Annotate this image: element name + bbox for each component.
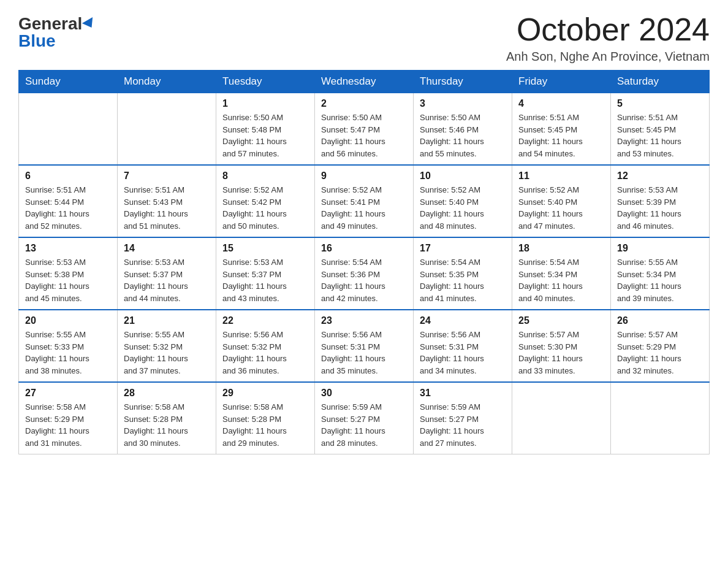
day-info: Sunrise: 5:53 AMSunset: 5:37 PMDaylight:… [222,256,308,304]
day-info: Sunrise: 5:55 AMSunset: 5:33 PMDaylight:… [25,329,111,377]
day-info: Sunrise: 5:51 AMSunset: 5:45 PMDaylight:… [518,112,604,159]
day-info: Sunrise: 5:58 AMSunset: 5:28 PMDaylight:… [222,401,308,449]
day-number: 22 [222,315,308,326]
title-block: October 2024 Anh Son, Nghe An Province, … [506,12,710,64]
day-of-week-header: Monday [118,71,216,93]
day-info: Sunrise: 5:50 AMSunset: 5:47 PMDaylight:… [321,112,407,159]
calendar-day-cell: 1Sunrise: 5:50 AMSunset: 5:48 PMDaylight… [216,93,315,166]
day-info: Sunrise: 5:58 AMSunset: 5:28 PMDaylight:… [124,401,210,449]
calendar-day-cell: 30Sunrise: 5:59 AMSunset: 5:27 PMDayligh… [315,382,414,454]
day-info: Sunrise: 5:54 AMSunset: 5:34 PMDaylight:… [518,256,604,304]
calendar-day-cell: 29Sunrise: 5:58 AMSunset: 5:28 PMDayligh… [216,382,315,454]
day-info: Sunrise: 5:52 AMSunset: 5:40 PMDaylight:… [518,184,604,232]
day-number: 21 [124,315,210,326]
calendar-day-cell: 25Sunrise: 5:57 AMSunset: 5:30 PMDayligh… [512,310,611,382]
day-info: Sunrise: 5:52 AMSunset: 5:40 PMDaylight:… [420,184,506,232]
day-info: Sunrise: 5:59 AMSunset: 5:27 PMDaylight:… [420,401,506,449]
calendar-day-cell: 9Sunrise: 5:52 AMSunset: 5:41 PMDaylight… [315,165,414,237]
logo-blue-text: Blue [18,33,56,50]
logo-general-text: General [18,15,82,33]
day-info: Sunrise: 5:52 AMSunset: 5:41 PMDaylight:… [321,184,407,232]
logo-arrow-icon [82,17,97,31]
day-number: 19 [617,243,703,254]
calendar-day-cell: 23Sunrise: 5:56 AMSunset: 5:31 PMDayligh… [315,310,414,382]
day-of-week-header: Thursday [414,71,512,93]
calendar-day-cell: 4Sunrise: 5:51 AMSunset: 5:45 PMDaylight… [512,93,611,166]
day-number: 3 [420,98,506,109]
day-number: 8 [222,170,308,182]
day-number: 18 [518,243,604,254]
day-info: Sunrise: 5:55 AMSunset: 5:34 PMDaylight:… [617,256,703,304]
day-number: 9 [321,170,407,182]
day-of-week-header: Saturday [611,71,710,93]
calendar-day-cell: 28Sunrise: 5:58 AMSunset: 5:28 PMDayligh… [118,382,216,454]
calendar-day-cell: 18Sunrise: 5:54 AMSunset: 5:34 PMDayligh… [512,237,611,310]
day-number: 24 [420,315,506,326]
calendar-week-row: 13Sunrise: 5:53 AMSunset: 5:38 PMDayligh… [19,237,710,310]
calendar-day-cell: 24Sunrise: 5:56 AMSunset: 5:31 PMDayligh… [414,310,512,382]
day-number: 13 [25,243,111,254]
day-number: 26 [617,315,703,326]
day-of-week-header: Wednesday [315,71,414,93]
calendar-day-cell: 3Sunrise: 5:50 AMSunset: 5:46 PMDaylight… [414,93,512,166]
calendar-week-row: 1Sunrise: 5:50 AMSunset: 5:48 PMDaylight… [19,93,710,166]
location: Anh Son, Nghe An Province, Vietnam [506,50,710,64]
month-title: October 2024 [506,12,710,47]
calendar-day-cell: 5Sunrise: 5:51 AMSunset: 5:45 PMDaylight… [611,93,710,166]
day-number: 4 [518,98,604,109]
calendar-day-cell: 20Sunrise: 5:55 AMSunset: 5:33 PMDayligh… [19,310,118,382]
calendar-day-cell: 16Sunrise: 5:54 AMSunset: 5:36 PMDayligh… [315,237,414,310]
calendar-day-cell: 31Sunrise: 5:59 AMSunset: 5:27 PMDayligh… [414,382,512,454]
day-of-week-header: Sunday [19,71,118,93]
day-info: Sunrise: 5:54 AMSunset: 5:35 PMDaylight:… [420,256,506,304]
calendar-day-cell: 6Sunrise: 5:51 AMSunset: 5:44 PMDaylight… [19,165,118,237]
day-number: 28 [124,388,210,399]
day-number: 17 [420,243,506,254]
day-number: 15 [222,243,308,254]
calendar-empty-cell [512,382,611,454]
calendar-day-cell: 15Sunrise: 5:53 AMSunset: 5:37 PMDayligh… [216,237,315,310]
day-number: 1 [222,98,308,109]
logo: General Blue [18,12,96,50]
day-number: 7 [124,170,210,182]
day-info: Sunrise: 5:52 AMSunset: 5:42 PMDaylight:… [222,184,308,232]
calendar-day-cell: 2Sunrise: 5:50 AMSunset: 5:47 PMDaylight… [315,93,414,166]
calendar-day-cell: 22Sunrise: 5:56 AMSunset: 5:32 PMDayligh… [216,310,315,382]
day-info: Sunrise: 5:53 AMSunset: 5:39 PMDaylight:… [617,184,703,232]
calendar-empty-cell [19,93,118,166]
calendar-day-cell: 21Sunrise: 5:55 AMSunset: 5:32 PMDayligh… [118,310,216,382]
day-number: 14 [124,243,210,254]
calendar-day-cell: 12Sunrise: 5:53 AMSunset: 5:39 PMDayligh… [611,165,710,237]
day-number: 11 [518,170,604,182]
day-info: Sunrise: 5:55 AMSunset: 5:32 PMDaylight:… [124,329,210,377]
day-number: 25 [518,315,604,326]
calendar-day-cell: 11Sunrise: 5:52 AMSunset: 5:40 PMDayligh… [512,165,611,237]
day-info: Sunrise: 5:50 AMSunset: 5:46 PMDaylight:… [420,112,506,159]
calendar-header-row: SundayMondayTuesdayWednesdayThursdayFrid… [19,71,710,93]
calendar-day-cell: 26Sunrise: 5:57 AMSunset: 5:29 PMDayligh… [611,310,710,382]
day-info: Sunrise: 5:56 AMSunset: 5:32 PMDaylight:… [222,329,308,377]
day-info: Sunrise: 5:51 AMSunset: 5:45 PMDaylight:… [617,112,703,159]
day-number: 30 [321,388,407,399]
day-info: Sunrise: 5:57 AMSunset: 5:30 PMDaylight:… [518,329,604,377]
calendar-week-row: 20Sunrise: 5:55 AMSunset: 5:33 PMDayligh… [19,310,710,382]
day-info: Sunrise: 5:50 AMSunset: 5:48 PMDaylight:… [222,112,308,159]
calendar-empty-cell [118,93,216,166]
calendar-day-cell: 19Sunrise: 5:55 AMSunset: 5:34 PMDayligh… [611,237,710,310]
day-number: 31 [420,388,506,399]
day-info: Sunrise: 5:51 AMSunset: 5:43 PMDaylight:… [124,184,210,232]
calendar-empty-cell [611,382,710,454]
day-of-week-header: Tuesday [216,71,315,93]
calendar-day-cell: 10Sunrise: 5:52 AMSunset: 5:40 PMDayligh… [414,165,512,237]
day-number: 10 [420,170,506,182]
day-number: 23 [321,315,407,326]
day-number: 20 [25,315,111,326]
day-number: 27 [25,388,111,399]
day-info: Sunrise: 5:59 AMSunset: 5:27 PMDaylight:… [321,401,407,449]
day-number: 6 [25,170,111,182]
calendar-day-cell: 8Sunrise: 5:52 AMSunset: 5:42 PMDaylight… [216,165,315,237]
page-header: General Blue October 2024 Anh Son, Nghe … [18,12,710,64]
day-info: Sunrise: 5:58 AMSunset: 5:29 PMDaylight:… [25,401,111,449]
day-info: Sunrise: 5:54 AMSunset: 5:36 PMDaylight:… [321,256,407,304]
calendar-day-cell: 14Sunrise: 5:53 AMSunset: 5:37 PMDayligh… [118,237,216,310]
